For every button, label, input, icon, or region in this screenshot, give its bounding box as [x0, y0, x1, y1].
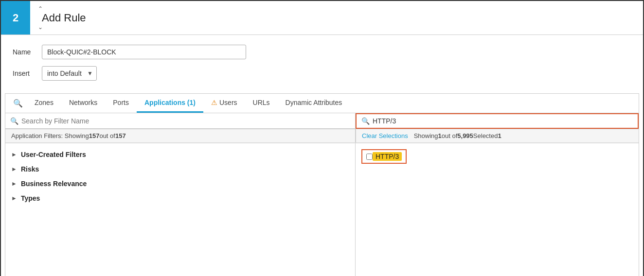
filter-name-search-input[interactable]: [21, 117, 350, 125]
step-number: 2: [1, 1, 30, 34]
http3-checkbox[interactable]: [366, 154, 373, 160]
showing-bold2: 5,995: [457, 132, 473, 139]
chevron-right-icon: ►: [11, 151, 17, 158]
showing-mid: out of: [442, 132, 458, 139]
filter-out-of: out of: [99, 132, 115, 139]
tabs-header: 🔍 Zones Networks Ports Applications (1) …: [5, 94, 639, 113]
showing-text: Showing: [414, 132, 438, 139]
right-status-bar: Clear Selections Showing 1 out of 5,995 …: [356, 129, 639, 143]
left-status-bar: Application Filters: Showing 157 out of …: [5, 129, 356, 143]
chevron-right-icon: ►: [11, 180, 17, 187]
name-input[interactable]: [42, 45, 246, 59]
selected-bold: 1: [498, 132, 501, 139]
selected-text: Selected: [473, 132, 498, 139]
collapse-chevrons-down[interactable]: ⌄: [38, 24, 86, 30]
chevron-right-icon: ►: [11, 166, 17, 172]
tab-search-icon[interactable]: 🔍: [9, 94, 27, 113]
clear-selections-button[interactable]: Clear Selections: [362, 132, 408, 139]
name-label: Name: [13, 48, 42, 56]
filter-business-relevance: Business Relevance: [21, 180, 87, 188]
right-search-wrap: 🔍: [356, 113, 639, 129]
list-item[interactable]: ► Business Relevance: [5, 176, 355, 191]
main-content: ► User-Created Filters ► Risks ► Busines…: [5, 143, 639, 276]
filter-list: ► User-Created Filters ► Risks ► Busines…: [5, 143, 355, 209]
chevron-down-icon[interactable]: ⌄: [38, 24, 86, 30]
tab-applications[interactable]: Applications (1): [137, 94, 203, 113]
left-search-icon: 🔍: [10, 117, 18, 125]
header-title-area: ⌃ Add Rule ⌄: [30, 1, 94, 34]
insert-label: Insert: [13, 69, 42, 77]
collapse-chevrons[interactable]: ⌃: [38, 6, 86, 12]
left-search-wrap: 🔍: [5, 113, 356, 129]
left-panel: ► User-Created Filters ► Risks ► Busines…: [5, 143, 356, 276]
list-item: HTTP/3: [361, 149, 407, 164]
warning-icon: ⚠: [211, 99, 217, 106]
http3-label: HTTP/3: [373, 152, 402, 161]
insert-row: Insert into Default ▼: [13, 66, 631, 81]
tab-zones[interactable]: Zones: [27, 94, 61, 113]
insert-select-wrapper: into Default ▼: [42, 66, 97, 81]
filter-types: Types: [21, 194, 40, 202]
list-item[interactable]: ► User-Created Filters: [5, 147, 355, 162]
filter-risks: Risks: [21, 165, 39, 173]
app-filter-showing-text: Application Filters: Showing: [11, 132, 89, 139]
status-combined: Application Filters: Showing 157 out of …: [5, 129, 639, 143]
filter-count-bold2: 157: [115, 132, 126, 139]
page-title: Add Rule: [42, 12, 86, 24]
right-search-icon: 🔍: [361, 117, 370, 125]
list-item[interactable]: ► Risks: [5, 162, 355, 176]
search-row: 🔍 🔍: [5, 113, 639, 129]
tab-ports[interactable]: Ports: [105, 94, 137, 113]
list-item[interactable]: ► Types: [5, 191, 355, 206]
tab-dynamic-attributes[interactable]: Dynamic Attributes: [278, 94, 350, 113]
tab-networks[interactable]: Networks: [61, 94, 105, 113]
form-area: Name Insert into Default ▼: [1, 35, 643, 93]
application-search-input[interactable]: [373, 117, 633, 125]
tab-users[interactable]: ⚠Users: [203, 94, 245, 113]
chevron-up-icon[interactable]: ⌃: [38, 6, 86, 12]
filter-count-bold1: 157: [89, 132, 100, 139]
showing-bold1: 1: [438, 132, 442, 139]
filter-user-created: User-Created Filters: [21, 151, 86, 158]
tab-urls[interactable]: URLs: [245, 94, 278, 113]
right-items: HTTP/3: [356, 143, 639, 168]
insert-select[interactable]: into Default: [42, 66, 97, 81]
tabs-container: 🔍 Zones Networks Ports Applications (1) …: [5, 93, 639, 276]
name-row: Name: [13, 45, 631, 59]
chevron-right-icon: ►: [11, 195, 17, 202]
header: 2 ⌃ Add Rule ⌄: [1, 1, 643, 35]
right-panel: HTTP/3: [356, 143, 639, 276]
